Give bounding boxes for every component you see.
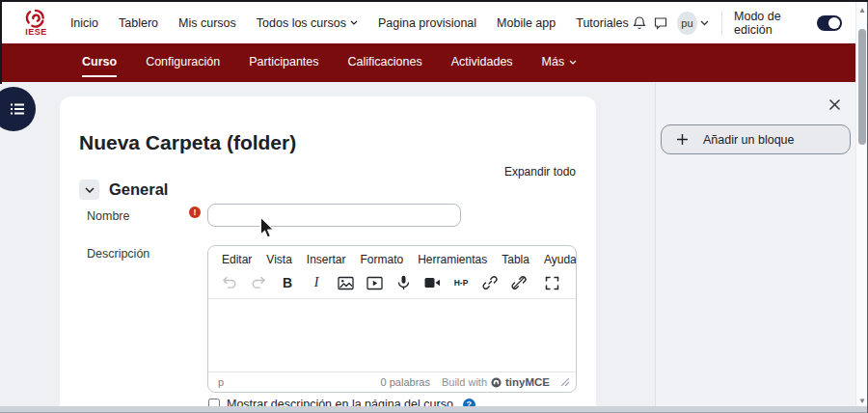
description-field-label: Descripción (87, 247, 149, 261)
edit-mode-label: Modo de edición (734, 10, 809, 37)
messages-button[interactable] (650, 11, 671, 36)
nav-todos-los-cursos-label: Todos los cursos (257, 16, 346, 30)
window-bottom-strip (0, 406, 868, 413)
nav-pagina-provisional[interactable]: Pagina provisional (378, 16, 476, 30)
element-path[interactable]: p (218, 376, 224, 388)
nav-tutoriales[interactable]: Tutoriales (576, 16, 628, 30)
tab-actividades[interactable]: Actividades (451, 55, 513, 70)
description-editor: Editar Vista Insertar Formato Herramient… (207, 245, 577, 393)
menu-tabla[interactable]: Tabla (502, 253, 529, 266)
tab-calificaciones[interactable]: Calificaciones (348, 55, 422, 70)
notifications-button[interactable] (629, 11, 650, 36)
user-avatar[interactable]: pu (677, 12, 697, 35)
collapse-general-button[interactable] (79, 179, 99, 200)
header-divider (721, 11, 722, 36)
iese-logo-text: IESE (25, 27, 47, 37)
course-nav: Curso Configuración Participantes Califi… (82, 55, 577, 70)
window-edge-left (0, 2, 2, 84)
close-drawer-button[interactable] (826, 96, 843, 113)
nav-mobile-app[interactable]: Mobile app (497, 16, 556, 30)
redo-icon[interactable] (250, 274, 267, 291)
tinymce-logo-text: tinyMCE (505, 376, 550, 388)
chevron-down-icon (700, 20, 709, 26)
add-block-button[interactable]: Añadir un bloque (661, 124, 851, 154)
list-icon (11, 103, 24, 115)
build-with-label: Build with (442, 376, 487, 388)
add-block-label: Añadir un bloque (703, 133, 795, 147)
expand-all-link[interactable]: Expandir todo (504, 165, 576, 179)
nav-tablero[interactable]: Tablero (119, 16, 158, 30)
menu-herramientas[interactable]: Herramientas (418, 253, 487, 266)
iese-logo-icon (25, 9, 46, 28)
menu-insertar[interactable]: Insertar (307, 253, 346, 266)
nav-inicio[interactable]: Inicio (70, 16, 98, 30)
tinymce-logo-icon (491, 377, 502, 388)
edit-mode-toggle[interactable] (817, 15, 842, 31)
editor-content-area[interactable] (208, 299, 576, 372)
messages-icon (653, 15, 668, 31)
resize-handle-icon[interactable] (561, 378, 569, 386)
editor-statusbar: p 0 palabras Build with tinyMCE (208, 372, 576, 392)
h5p-icon[interactable]: H-P (452, 274, 470, 291)
close-icon (829, 99, 840, 110)
chevron-down-icon (350, 20, 358, 25)
bell-icon (632, 15, 647, 31)
course-index-drawer-toggle[interactable] (0, 87, 36, 131)
tab-configuracion[interactable]: Configuración (146, 55, 220, 70)
menu-vista[interactable]: Vista (266, 253, 291, 266)
chevron-down-icon (569, 60, 577, 65)
primary-nav: Inicio Tablero Mis cursos Todos los curs… (70, 16, 629, 30)
page-scrollbar[interactable]: ▲ ▼ (855, 2, 867, 408)
unlink-icon[interactable] (510, 274, 528, 291)
app-window: IESE Inicio Tablero Mis cursos Todos los… (0, 0, 868, 413)
form-card: Nueva Carpeta (folder) Expandir todo Gen… (60, 96, 596, 408)
chevron-down-icon (85, 187, 95, 193)
menu-formato[interactable]: Formato (361, 253, 404, 266)
tab-mas[interactable]: Más (542, 55, 578, 70)
page-title: Nueva Carpeta (folder) (79, 131, 296, 154)
word-count[interactable]: 0 palabras (381, 376, 430, 388)
general-section-label: General (109, 180, 168, 199)
media-icon[interactable] (366, 274, 383, 291)
required-icon: ! (189, 206, 201, 218)
plus-icon (677, 134, 688, 145)
name-input[interactable] (207, 204, 461, 227)
user-menu-button[interactable] (697, 11, 712, 36)
menu-ayuda[interactable]: Ayuda (544, 253, 577, 266)
tab-mas-label: Más (542, 55, 565, 69)
top-navbar: IESE Inicio Tablero Mis cursos Todos los… (0, 2, 855, 43)
image-icon[interactable] (337, 274, 354, 291)
name-field-label: Nombre (87, 209, 129, 223)
course-navbar: Curso Configuración Participantes Califi… (0, 43, 855, 82)
record-audio-icon[interactable] (394, 274, 412, 291)
nav-mis-cursos[interactable]: Mis cursos (178, 16, 236, 30)
header-actions: pu Modo de edición (629, 10, 842, 37)
record-video-icon[interactable] (423, 274, 441, 291)
editor-toolbar: B I (208, 269, 576, 299)
undo-icon[interactable] (221, 274, 238, 291)
toggle-knob (828, 17, 840, 29)
tab-participantes[interactable]: Participantes (249, 55, 318, 70)
nav-todos-los-cursos[interactable]: Todos los cursos (257, 16, 358, 30)
tab-curso[interactable]: Curso (82, 55, 117, 70)
bold-icon[interactable]: B (279, 274, 296, 291)
general-section-header: General (79, 179, 168, 200)
menu-editar[interactable]: Editar (222, 253, 252, 266)
scrollbar-thumb[interactable] (858, 29, 866, 145)
editor-menubar: Editar Vista Insertar Formato Herramient… (208, 246, 576, 269)
fullscreen-icon[interactable] (543, 274, 560, 291)
name-field-row: Nombre (87, 209, 129, 223)
italic-icon[interactable]: I (308, 274, 325, 291)
block-drawer: Añadir un bloque (656, 82, 855, 408)
iese-logo[interactable]: IESE (19, 9, 53, 37)
tinymce-branding[interactable]: Build with tinyMCE (442, 376, 550, 388)
link-icon[interactable] (481, 274, 499, 291)
more-icon[interactable] (576, 274, 577, 291)
edit-mode-control: Modo de edición (734, 10, 842, 37)
